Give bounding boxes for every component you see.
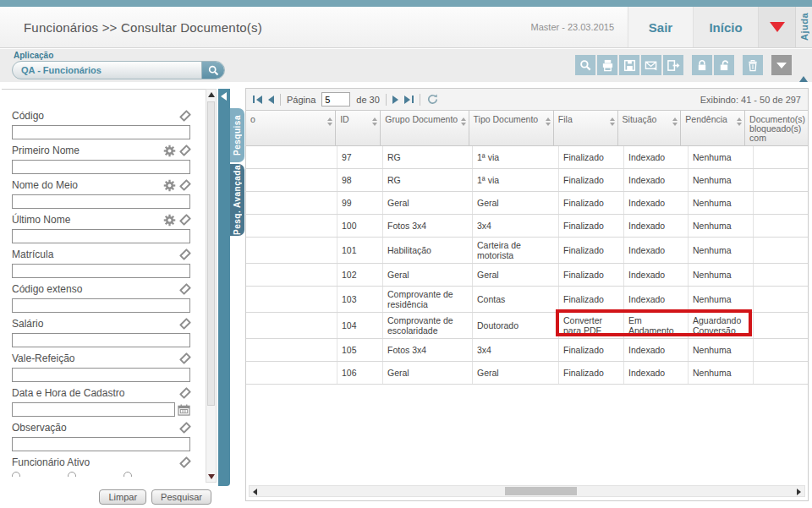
export-button[interactable] [663,55,683,75]
collapse-left-icon[interactable] [221,92,227,101]
table-row[interactable]: 103Comprovante de residênciaContasFinali… [246,287,808,313]
sort-icon[interactable] [546,117,551,126]
table-row[interactable]: 99GeralGeralFinalizadoIndexadoNenhuma [246,192,808,215]
column-header[interactable]: Tipo Documento [469,111,554,145]
sort-icon[interactable] [372,117,377,126]
scroll-down-arrow[interactable] [208,474,215,479]
scrollbar-thumb[interactable] [207,101,215,406]
cell-doc [246,146,337,168]
table-row[interactable]: 97RG1ª viaFinalizadoIndexadoNenhuma [246,146,808,169]
eraser-icon[interactable] [179,145,191,156]
scroll-right-arrow[interactable] [797,489,801,495]
table-row[interactable]: 98RG1ª viaFinalizadoIndexadoNenhuma [246,169,808,192]
search-field: Data e Hora de Cadastro [12,386,190,421]
column-header[interactable]: Pendência [681,111,745,145]
field-input[interactable] [12,333,190,347]
ajuda-tab[interactable]: Ajuda [795,7,812,47]
eraser-icon[interactable] [179,456,191,468]
radio-button[interactable] [123,472,132,477]
cell-situacao: Em Andamento [624,313,689,338]
eraser-icon[interactable] [179,179,191,191]
tab-pesquisa[interactable]: Pesquisa [230,108,244,162]
field-label: Matrícula [12,249,53,260]
table-row[interactable]: 106GeralGeralFinalizadoIndexadoNenhuma [246,362,808,385]
search-button[interactable] [575,55,595,75]
tab-pesq-avancada[interactable]: Pesq. Avançada [230,164,244,236]
field-input[interactable] [12,125,190,139]
sort-icon[interactable] [672,117,678,126]
page-number-input[interactable] [321,92,350,107]
eraser-icon[interactable] [179,110,191,122]
email-button[interactable] [641,55,661,75]
table-row[interactable]: 102GeralGeralFinalizadoIndexadoNenhuma [246,264,808,287]
grid-body: 97RG1ª viaFinalizadoIndexadoNenhuma98RG1… [246,146,808,385]
table-row[interactable]: 104Comprovante de escolaridadeDoutoradoC… [246,313,808,339]
save-button[interactable] [619,55,639,75]
field-input[interactable] [12,298,190,313]
column-header-label: Grupo Documento [385,113,458,124]
horizontal-scrollbar[interactable] [249,485,805,497]
aplicacao-label: Aplicação [14,51,53,60]
application-selector[interactable]: QA - Funcionários [12,61,225,79]
pesquisar-button[interactable]: Pesquisar [151,489,211,505]
eraser-icon[interactable] [179,214,191,226]
sort-icon[interactable] [737,117,742,126]
table-row[interactable]: 100Fotos 3x43x4FinalizadoIndexadoNenhuma [246,215,808,238]
eraser-icon[interactable] [179,283,191,295]
calendar-button[interactable] [178,404,190,416]
column-header[interactable]: o [246,111,336,145]
field-input[interactable] [12,437,190,451]
eraser-icon[interactable] [179,387,191,399]
field-input[interactable] [12,402,175,417]
inicio-button[interactable]: Início [693,7,758,47]
limpar-button[interactable]: Limpar [99,489,146,505]
hscrollbar-thumb[interactable] [505,487,577,495]
column-header[interactable]: Grupo Documento [381,111,469,145]
gear-icon[interactable] [163,214,176,227]
first-page-button[interactable] [253,96,262,104]
column-header[interactable]: Situação [618,111,682,145]
table-row[interactable]: 105Fotos 3x43x4FinalizadoIndexadoNenhuma [246,339,808,362]
application-search-button[interactable] [201,62,224,79]
sair-button[interactable]: Sair [628,7,693,47]
column-header[interactable]: ID [336,111,381,145]
field-input[interactable] [12,264,190,278]
table-row[interactable]: 101HabilitaçãoCarteira de motoristaFinal… [246,238,808,264]
sidebar-scrollbar[interactable] [206,89,217,483]
radio-button[interactable] [68,472,76,477]
field-input[interactable] [12,160,190,174]
eraser-icon[interactable] [179,318,191,330]
print-button[interactable] [597,55,617,75]
gear-icon[interactable] [163,145,176,157]
sort-icon[interactable] [610,117,615,126]
eraser-icon[interactable] [179,422,191,434]
user-date-info: Master - 23.03.2015 [531,22,614,32]
field-input[interactable] [12,368,190,382]
column-header[interactable]: Documento(s) bloqueado(s) com [745,111,808,145]
field-input[interactable] [12,229,190,243]
cell-bloqueado [754,169,808,191]
last-page-button[interactable] [404,96,414,104]
cell-bloqueado [754,362,808,384]
menu-dropdown-button[interactable] [758,7,795,47]
unlock-button[interactable] [714,55,734,75]
delete-button[interactable] [743,55,763,75]
lock-button[interactable] [692,55,712,75]
search-fields: CódigoPrimeiro NomeNome do MeioÚltimo No… [0,89,206,484]
collapse-up-arrow[interactable] [799,76,808,82]
panel-collapse-strip[interactable] [218,89,230,486]
eraser-icon[interactable] [179,352,191,364]
scroll-left-arrow[interactable] [253,489,257,495]
radio-button[interactable] [12,472,20,477]
more-actions-button[interactable] [771,55,792,75]
refresh-button[interactable] [426,93,439,106]
field-input[interactable] [12,194,190,209]
gear-icon[interactable] [163,179,176,192]
eraser-icon[interactable] [179,249,191,260]
scroll-up-arrow[interactable] [208,92,215,97]
prev-page-button[interactable] [268,96,274,104]
sort-icon[interactable] [461,117,466,126]
sort-icon[interactable] [327,117,332,126]
next-page-button[interactable] [392,96,398,104]
column-header[interactable]: Fila [554,111,618,145]
